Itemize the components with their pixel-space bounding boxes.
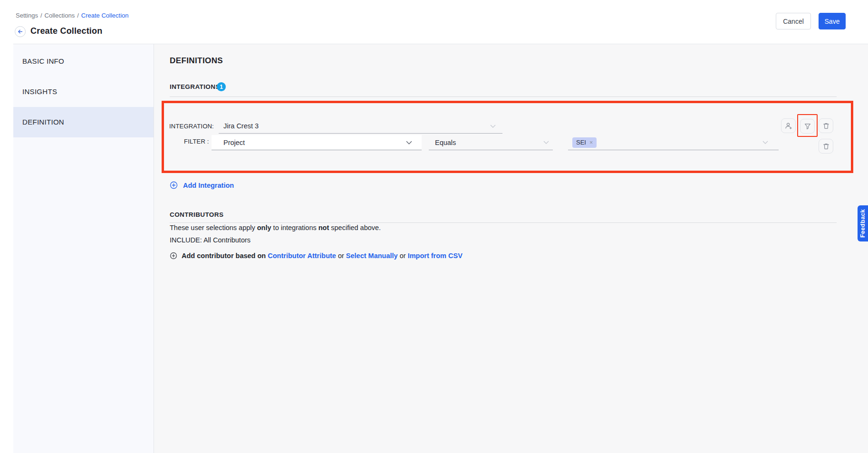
sidebar-item-basic-info[interactable]: BASIC INFO <box>13 46 154 77</box>
note-text: to integrations <box>271 224 318 231</box>
save-button[interactable]: Save <box>819 13 846 29</box>
import-from-csv-link[interactable]: Import from CSV <box>408 252 463 260</box>
integrations-divider <box>170 96 837 97</box>
add-contributor-button[interactable] <box>781 118 796 133</box>
contributor-attribute-link[interactable]: Contributor Attribute <box>268 252 336 260</box>
trash-icon <box>822 143 830 150</box>
filter-button[interactable] <box>800 119 815 134</box>
feedback-tab-label: Feedback <box>859 209 866 238</box>
select-manually-link[interactable]: Select Manually <box>346 252 398 260</box>
plus-circle-icon <box>170 181 178 189</box>
page-title: Create Collection <box>30 26 102 36</box>
delete-filter-button[interactable] <box>819 139 833 154</box>
note-bold-not: not <box>318 224 329 231</box>
include-line: INCLUDE: All Contributors <box>170 236 251 244</box>
filter-field-value: Project <box>223 139 245 146</box>
definitions-heading: DEFINITIONS <box>170 56 223 66</box>
integration-select[interactable]: Jira Crest 3 <box>219 119 502 134</box>
add-integration-link[interactable]: Add Integration <box>170 181 234 189</box>
filter-value-tag: SEI × <box>572 137 597 148</box>
integrations-heading: INTEGRATIONS <box>170 83 220 90</box>
note-text: These user selections apply <box>170 224 257 231</box>
or-text: or <box>338 252 344 260</box>
add-contributor-row: Add contributor based on Contributor Att… <box>170 252 463 260</box>
breadcrumb-separator: / <box>40 12 42 19</box>
filter-field-label: FILTER : <box>184 138 209 145</box>
create-collection-page: Settings/Collections/Create Collection C… <box>0 0 868 453</box>
sidebar-item-definition[interactable]: DEFINITION <box>13 107 154 137</box>
trash-icon <box>822 122 830 130</box>
or-text: or <box>400 252 406 260</box>
breadcrumb: Settings/Collections/Create Collection <box>16 12 129 19</box>
chevron-down-icon <box>490 125 496 128</box>
sidebar-item-insights[interactable]: INSIGHTS <box>13 77 154 107</box>
sidebar: BASIC INFO INSIGHTS DEFINITION <box>13 44 154 453</box>
tag-remove-icon[interactable]: × <box>589 139 593 146</box>
filter-funnel-icon <box>804 123 811 130</box>
chevron-down-icon <box>543 141 549 144</box>
note-text: specified above. <box>329 224 381 231</box>
filter-operator-select[interactable]: Equals <box>429 135 553 150</box>
integration-field-label: INTEGRATION: <box>169 123 214 130</box>
filter-value-multiselect[interactable]: SEI × <box>568 135 779 150</box>
add-contributor-prefix: Add contributor based on <box>182 252 266 260</box>
contributors-heading: CONTRIBUTORS <box>170 211 223 218</box>
contributors-note: These user selections apply only to inte… <box>170 224 381 231</box>
integrations-count-badge: 1 <box>217 82 226 91</box>
cancel-button[interactable]: Cancel <box>776 13 811 29</box>
content-area <box>154 44 868 453</box>
filter-operator-value: Equals <box>435 139 456 146</box>
filter-field-select[interactable]: Project <box>212 135 422 150</box>
contributors-divider <box>170 222 837 223</box>
note-bold-only: only <box>257 224 271 231</box>
breadcrumb-collections[interactable]: Collections <box>45 12 75 19</box>
back-button[interactable] <box>15 26 26 37</box>
filter-value-tag-label: SEI <box>576 139 586 146</box>
add-integration-label: Add Integration <box>183 182 234 189</box>
integration-select-value: Jira Crest 3 <box>223 122 259 130</box>
plus-circle-icon <box>170 252 177 260</box>
breadcrumb-current: Create Collection <box>81 12 129 19</box>
chevron-down-icon <box>762 141 768 144</box>
breadcrumb-settings[interactable]: Settings <box>16 12 38 19</box>
feedback-tab[interactable]: Feedback <box>858 205 868 241</box>
delete-integration-button[interactable] <box>819 118 833 133</box>
chevron-down-icon <box>406 141 412 145</box>
user-plus-icon <box>785 122 792 130</box>
arrow-left-icon <box>17 29 23 35</box>
breadcrumb-separator: / <box>77 12 79 19</box>
